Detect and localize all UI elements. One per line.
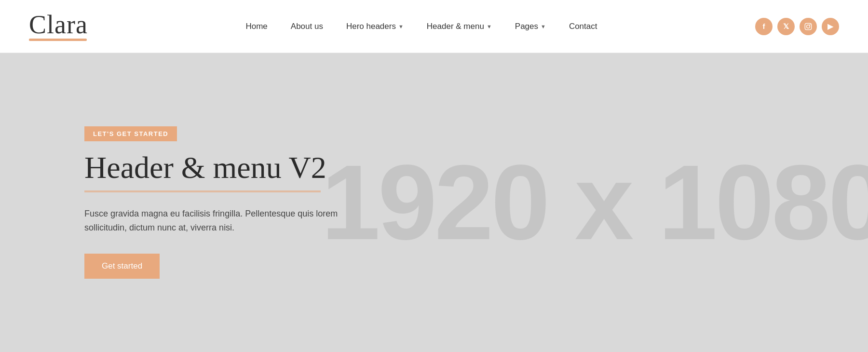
hero-title: Header & menu V2 (84, 151, 354, 185)
nav-home[interactable]: Home (245, 22, 267, 31)
svg-rect-0 (805, 23, 811, 29)
logo[interactable]: Clara (29, 12, 88, 41)
site-header: Clara Home About us Hero headers ▼ Heade… (0, 0, 868, 53)
nav-contact[interactable]: Contact (569, 22, 597, 31)
chevron-down-icon: ▼ (398, 24, 404, 29)
nav-header-menu[interactable]: Header & menu ▼ (427, 22, 492, 31)
hero-watermark: 1920 x 1080 (321, 142, 868, 264)
nav-about[interactable]: About us (291, 22, 323, 31)
nav-hero-headers[interactable]: Hero headers ▼ (346, 22, 404, 31)
hero-description: Fusce gravida magna eu facilisis fringil… (84, 207, 354, 235)
twitter-icon[interactable]: 𝕏 (777, 18, 795, 35)
social-icons-group: f 𝕏 ▶ (755, 18, 839, 35)
get-started-button[interactable]: Get started (84, 254, 160, 279)
chevron-down-icon: ▼ (487, 24, 492, 29)
hero-title-underline (84, 190, 321, 192)
instagram-icon[interactable] (800, 18, 817, 35)
youtube-icon[interactable]: ▶ (822, 18, 839, 35)
hero-content: LET'S GET STARTED Header & menu V2 Fusce… (0, 126, 354, 279)
logo-underline (29, 39, 87, 41)
main-nav: Home About us Hero headers ▼ Header & me… (245, 22, 597, 31)
logo-text: Clara (29, 12, 88, 38)
nav-pages[interactable]: Pages ▼ (515, 22, 546, 31)
svg-point-2 (810, 24, 811, 25)
hero-badge: LET'S GET STARTED (84, 126, 177, 141)
hero-section: 1920 x 1080 LET'S GET STARTED Header & m… (0, 53, 868, 352)
chevron-down-icon: ▼ (541, 24, 546, 29)
facebook-icon[interactable]: f (755, 18, 773, 35)
svg-point-1 (807, 25, 810, 28)
